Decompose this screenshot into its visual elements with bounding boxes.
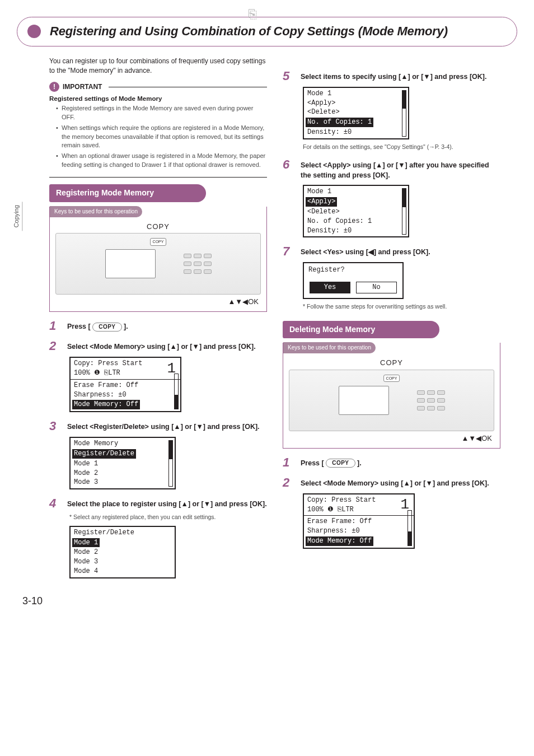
left-column: You can register up to four combinations… bbox=[49, 57, 267, 581]
lcd-copy-start: Copy: Press Start 100% ❶ ⎘LTR 1 Erase Fr… bbox=[69, 357, 181, 412]
lcd-line: Register/Delete bbox=[74, 528, 171, 538]
step1-pre: Press [ bbox=[67, 323, 92, 330]
lcd-line: Mode 1 bbox=[74, 459, 171, 469]
lcd-counter: 1 bbox=[167, 363, 177, 375]
important-heading-row: ! IMPORTANT bbox=[49, 82, 267, 92]
lcd-line: <Delete> bbox=[307, 207, 405, 217]
lcd-dialog-question: Register? bbox=[304, 263, 402, 282]
step-text: Select <Mode Memory> using [▲] or [▼] an… bbox=[301, 477, 500, 489]
important-label: IMPORTANT bbox=[63, 82, 102, 92]
lcd-mode-memory: Mode Memory Register/Delete Mode 1 Mode … bbox=[69, 437, 176, 489]
device-illustration: COPY bbox=[55, 233, 261, 295]
lcd-copy-start-2: Copy: Press Start 100% ❶ ⎘LTR 1 Erase Fr… bbox=[303, 493, 415, 549]
step-text: Select <Mode Memory> using [▲] or [▼] an… bbox=[67, 340, 267, 352]
control-panel-figure-2: Keys to be used for this operation COPY … bbox=[283, 343, 500, 448]
step-number: 2 bbox=[49, 340, 62, 352]
step-3: 3 Select <Register/Delete> using [▲] or … bbox=[49, 420, 267, 432]
step7-note: Follow the same steps for overwriting se… bbox=[303, 302, 500, 311]
lcd-line: Erase Frame: Off bbox=[307, 517, 410, 526]
step-1: 1 Press [ COPY ]. bbox=[49, 320, 267, 332]
device-illustration: COPY bbox=[289, 370, 494, 431]
divider bbox=[49, 177, 267, 178]
step-number: 5 bbox=[283, 70, 295, 82]
lcd-line: 100% ❶ ⎘LTR bbox=[307, 505, 376, 515]
page-number: 3-10 bbox=[22, 594, 534, 608]
step-5: 5 Select items to specify using [▲] or [… bbox=[283, 70, 500, 82]
lcd-line: Erase Frame: Off bbox=[74, 381, 177, 390]
dstep1-post: ]. bbox=[355, 459, 362, 467]
lcd-line: <Delete> bbox=[307, 108, 405, 117]
lcd-line: Density: ±0 bbox=[307, 128, 405, 137]
important-icon: ! bbox=[49, 82, 59, 92]
important-bullet: When an optional drawer usage is registe… bbox=[56, 152, 267, 169]
step-number: 1 bbox=[283, 456, 295, 469]
step-number: 4 bbox=[49, 497, 62, 510]
panel-foot-keys: ▲▼◀OK bbox=[50, 295, 266, 307]
important-bullet: When settings which require the options … bbox=[56, 124, 267, 150]
lcd-line: Mode 3 bbox=[74, 478, 171, 487]
lcd-line: No. of Copies: 1 bbox=[307, 217, 405, 226]
step5-text: Select items to specify using [▲] or [▼]… bbox=[301, 73, 486, 81]
lcd-line: Mode 2 bbox=[74, 469, 171, 478]
lcd-counter: 1 bbox=[400, 499, 410, 511]
paperclip-decor: ⎘ bbox=[249, 4, 256, 24]
step4-note: Select any registered place, then you ca… bbox=[69, 513, 267, 521]
lcd-line: Mode 1 bbox=[307, 89, 405, 99]
lcd-line-selected: Mode 1 bbox=[72, 538, 100, 548]
lcd-dialog-yes: Yes bbox=[310, 282, 350, 293]
page-title: Registering and Using Combination of Cop… bbox=[50, 23, 448, 40]
device-screen bbox=[105, 249, 156, 278]
step-number: 7 bbox=[283, 245, 295, 258]
control-panel-figure: Keys to be used for this operation COPY … bbox=[49, 207, 267, 312]
step7-text: Select <Yes> using [◀] and press [OK]. bbox=[301, 248, 430, 256]
lcd-line: Copy: Press Start bbox=[307, 496, 376, 505]
lcd-scrollbar bbox=[402, 188, 406, 235]
step-text: Select the place to register using [▲] o… bbox=[67, 497, 267, 510]
delete-step-1: 1 Press [ COPY ]. bbox=[283, 456, 500, 469]
step-text: Select <Apply> using [▲] or [▼] after yo… bbox=[301, 158, 500, 180]
lcd-line-selected: Register/Delete bbox=[72, 449, 136, 459]
lcd-line: Mode 1 bbox=[307, 187, 405, 197]
step-6: 6 Select <Apply> using [▲] or [▼] after … bbox=[283, 158, 500, 180]
lcd-line-selected: Mode Memory: Off bbox=[72, 400, 140, 409]
section-delete-header: Deleting Mode Memory bbox=[283, 321, 439, 339]
important-bullets: Registered settings in the Mode Memory a… bbox=[49, 104, 267, 169]
lcd-mode1-items: Mode 1 <Apply> <Delete> No. of Copies: 1… bbox=[303, 87, 409, 139]
dstep2-text: Select <Mode Memory> using [▲] or [▼] an… bbox=[301, 479, 489, 487]
step6-text: Select <Apply> using [▲] or [▼] after yo… bbox=[301, 161, 489, 179]
side-tab-copying: Copying bbox=[11, 202, 22, 231]
lcd-mode1-apply: Mode 1 <Apply> <Delete> No. of Copies: 1… bbox=[303, 185, 409, 237]
lcd-line: Mode Memory bbox=[74, 439, 171, 449]
device-buttons bbox=[417, 390, 445, 410]
lcd-line: Sharpness: ±0 bbox=[74, 390, 177, 400]
delete-step-2: 2 Select <Mode Memory> using [▲] or [▼] … bbox=[283, 477, 500, 489]
right-column: 5 Select items to specify using [▲] or [… bbox=[283, 57, 500, 581]
lcd-line: Mode 4 bbox=[74, 567, 171, 576]
device-copy-key: COPY bbox=[383, 375, 400, 382]
lcd-line: Mode 2 bbox=[74, 548, 171, 557]
step-number: 3 bbox=[49, 420, 62, 432]
lcd-line: <Apply> bbox=[307, 99, 405, 108]
lcd-line-selected: <Apply> bbox=[306, 197, 337, 207]
lcd-line-selected: No. of Copies: 1 bbox=[306, 118, 373, 127]
device-screen bbox=[339, 386, 389, 415]
lcd-dialog-no: No bbox=[356, 282, 397, 293]
copy-key-icon: COPY bbox=[92, 323, 121, 332]
step3-text: Select <Register/Delete> using [▲] or [▼… bbox=[67, 423, 260, 431]
step1-post: ]. bbox=[122, 323, 128, 330]
lcd-line: Mode 3 bbox=[74, 557, 171, 567]
lcd-line: 100% ❶ ⎘LTR bbox=[74, 368, 142, 378]
step-text: Press [ COPY ]. bbox=[67, 320, 267, 332]
lcd-line-selected: Mode Memory: Off bbox=[306, 536, 373, 546]
lcd-scrollbar bbox=[407, 510, 412, 546]
panel-caption: Keys to be used for this operation bbox=[283, 342, 376, 353]
banner-dot-icon bbox=[27, 25, 41, 38]
lcd-scrollbar bbox=[402, 90, 406, 137]
lcd-register-delete: Register/Delete Mode 1 Mode 2 Mode 3 Mod… bbox=[69, 526, 176, 578]
important-bullet: Registered settings in the Mode Memory a… bbox=[56, 104, 267, 122]
intro-text: You can register up to four combinations… bbox=[49, 57, 267, 76]
step-text: Press [ COPY ]. bbox=[301, 456, 500, 469]
device-buttons bbox=[184, 254, 212, 274]
step-4: 4 Select the place to register using [▲]… bbox=[49, 497, 267, 510]
panel-copy-label: COPY bbox=[283, 358, 500, 368]
